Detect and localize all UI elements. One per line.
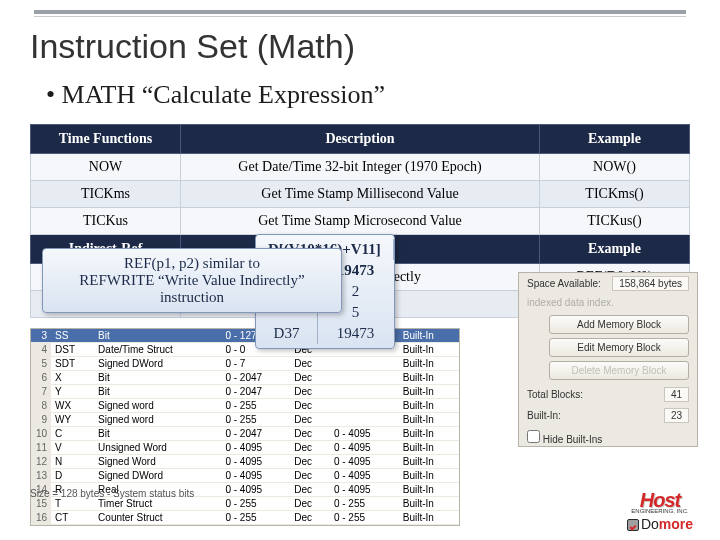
space-value: 158,864 bytes: [612, 276, 689, 291]
header-rule-thick: [34, 10, 686, 14]
table-row[interactable]: 6XBit0 - 2047DecBuilt-In: [31, 371, 459, 385]
table-row[interactable]: 11VUnsigned Word0 - 4095Dec0 - 4095Built…: [31, 441, 459, 455]
grid-cell: Built-In: [399, 343, 459, 357]
table-row[interactable]: 3SSBit0 - 127DecBuilt-In: [31, 329, 459, 343]
cell: TICKus(): [540, 208, 690, 235]
grid-cell: Dec: [290, 455, 330, 469]
grid-cell: Bit: [94, 385, 221, 399]
grid-cell: D: [51, 469, 94, 483]
hide-builtins-checkbox[interactable]: [527, 430, 540, 443]
grid-cell: Dec: [290, 483, 330, 497]
total-blocks-label: Total Blocks:: [527, 389, 583, 400]
row-num: 8: [31, 399, 51, 413]
grid-cell: Dec: [290, 511, 330, 525]
table-row[interactable]: 8WXSigned word0 - 255DecBuilt-In: [31, 399, 459, 413]
row-num: 11: [31, 441, 51, 455]
brand-logo: Host ENGINEERING, INC. Domore: [614, 489, 706, 532]
edit-memory-button[interactable]: Edit Memory Block: [549, 338, 689, 357]
row-num: 16: [31, 511, 51, 525]
row-num: 4: [31, 343, 51, 357]
grid-cell: Built-In: [399, 483, 459, 497]
grid-cell: 0 - 4095: [330, 469, 399, 483]
row-num: 9: [31, 413, 51, 427]
grid-cell: 0 - 255: [330, 511, 399, 525]
ref-callout: REF(p1, p2) similar to REFWRITE “Write V…: [42, 248, 342, 313]
grid-cell: Bit: [94, 371, 221, 385]
logo-domore: Domore: [614, 516, 706, 532]
grid-cell: C: [51, 427, 94, 441]
grid-cell: DST: [51, 343, 94, 357]
cell: NOW(): [540, 154, 690, 181]
table-row[interactable]: 12NSigned Word0 - 4095Dec0 - 4095Built-I…: [31, 455, 459, 469]
table-row[interactable]: 7YBit0 - 2047DecBuilt-In: [31, 385, 459, 399]
slide-title: Instruction Set (Math): [30, 27, 690, 66]
grid-cell: CT: [51, 511, 94, 525]
table-row[interactable]: 10CBit0 - 2047Dec0 - 4095Built-In: [31, 427, 459, 441]
th-desc: Description: [181, 125, 540, 154]
grid-cell: Built-In: [399, 413, 459, 427]
table-row[interactable]: 9WYSigned word0 - 255DecBuilt-In: [31, 413, 459, 427]
table-row[interactable]: 5SDTSigned DWord0 - 7DecBuilt-In: [31, 357, 459, 371]
grid-cell: Dec: [290, 413, 330, 427]
add-memory-button[interactable]: Add Memory Block: [549, 315, 689, 334]
table-row[interactable]: 4DSTDate/Time Struct0 - 0DecBuilt-In: [31, 343, 459, 357]
table-row[interactable]: 16CTCounter Struct0 - 255Dec0 - 255Built…: [31, 511, 459, 525]
cell: NOW: [31, 154, 181, 181]
grid-cell: 0 - 255: [221, 497, 290, 511]
total-blocks-value: 41: [664, 387, 689, 402]
grid-cell: 0 - 4095: [330, 427, 399, 441]
grid-cell: [330, 357, 399, 371]
logo-sub: ENGINEERING, INC.: [614, 508, 706, 514]
row-num: 5: [31, 357, 51, 371]
status-bar: Size = 128 bytes - System status bits: [30, 488, 194, 499]
hide-builtins-label: Hide Built-Ins: [543, 434, 602, 445]
callout-line: REF(p1, p2) similar to: [53, 255, 331, 272]
callout-line: instruction: [53, 289, 331, 306]
grid-cell: 0 - 2047: [221, 385, 290, 399]
grid-cell: Dec: [290, 385, 330, 399]
grid-cell: Built-In: [399, 329, 459, 343]
grid-cell: Dec: [290, 399, 330, 413]
cell: TICKus: [31, 208, 181, 235]
checkbox-icon: [627, 519, 639, 531]
grid-cell: N: [51, 455, 94, 469]
grid-cell: 0 - 4095: [221, 483, 290, 497]
grid-cell: V: [51, 441, 94, 455]
grid-cell: Unsigned Word: [94, 441, 221, 455]
grid-cell: 0 - 7: [221, 357, 290, 371]
builtin-label: Built-In:: [527, 410, 561, 421]
grid-cell: Built-In: [399, 357, 459, 371]
blurb: indexed data index.: [527, 297, 614, 308]
grid-cell: WX: [51, 399, 94, 413]
grid-cell: Built-In: [399, 385, 459, 399]
grid-cell: Signed DWord: [94, 469, 221, 483]
space-label: Space Available:: [527, 278, 601, 289]
grid-cell: Signed Word: [94, 455, 221, 469]
builtin-value: 23: [664, 408, 689, 423]
grid-cell: [330, 371, 399, 385]
grid-cell: Dec: [290, 497, 330, 511]
cell: TICKms: [31, 181, 181, 208]
grid-cell: SS: [51, 329, 94, 343]
bullet-math: MATH “Calculate Expression”: [46, 80, 690, 110]
row-num: 7: [31, 385, 51, 399]
grid-cell: Dec: [290, 427, 330, 441]
grid-cell: Dec: [290, 469, 330, 483]
cell: Get Time Stamp Microsecond Value: [181, 208, 540, 235]
callout-line: REFWRITE “Write Value Indirectly”: [53, 272, 331, 289]
delete-memory-button[interactable]: Delete Memory Block: [549, 361, 689, 380]
grid-cell: Built-In: [399, 497, 459, 511]
grid-cell: Date/Time Struct: [94, 343, 221, 357]
grid-cell: 0 - 2047: [221, 371, 290, 385]
grid-cell: Counter Struct: [94, 511, 221, 525]
grid-cell: 0 - 4095: [330, 455, 399, 469]
cell: Get Date/Time 32-bit Integer (1970 Epoch…: [181, 154, 540, 181]
grid-cell: Built-In: [399, 455, 459, 469]
grid-cell: [330, 413, 399, 427]
row-num: 6: [31, 371, 51, 385]
grid-cell: [330, 385, 399, 399]
grid-cell: WY: [51, 413, 94, 427]
table-row[interactable]: 13DSigned DWord0 - 4095Dec0 - 4095Built-…: [31, 469, 459, 483]
grid-cell: Built-In: [399, 469, 459, 483]
grid-cell: Built-In: [399, 399, 459, 413]
